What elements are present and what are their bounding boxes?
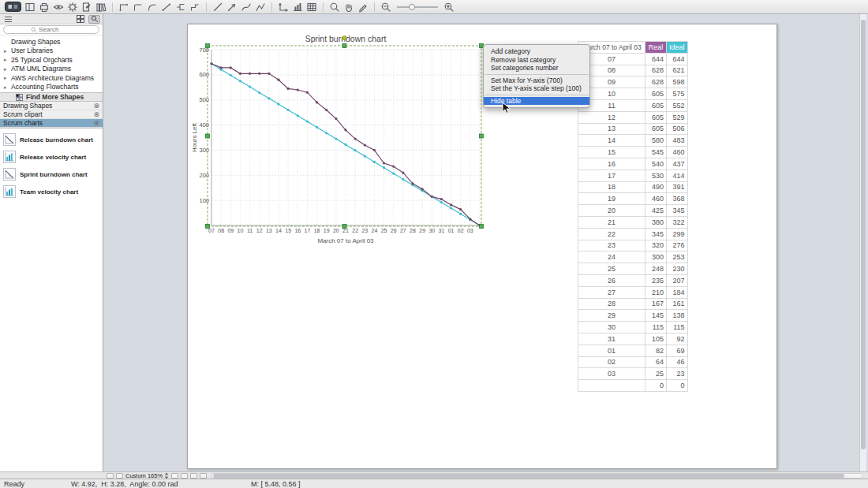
tree-item-drawing-shapes[interactable]: Drawing Shapes (0, 37, 103, 47)
document-page[interactable]: 0100200300400500600700070809101112131415… (187, 24, 777, 469)
svg-text:15: 15 (285, 228, 291, 233)
print-icon[interactable] (39, 2, 50, 13)
svg-text:07: 07 (208, 228, 215, 233)
library-tree-view-icon[interactable] (2, 15, 14, 24)
search-field[interactable] (3, 25, 99, 34)
page-view-mode-icon[interactable] (107, 473, 114, 479)
toolbar-separator (112, 2, 113, 12)
svg-text:19: 19 (324, 228, 330, 233)
arrow-tool-icon[interactable] (226, 2, 238, 13)
pencil-tool-icon[interactable] (357, 2, 369, 13)
disclosure-triangle-icon[interactable]: ▸ (4, 57, 9, 62)
line-tool-icon[interactable] (212, 2, 223, 13)
preview-icon[interactable] (53, 2, 64, 13)
library-row-scrum-charts[interactable]: Scrum charts⊗ (0, 119, 103, 128)
library-row-scrum-clipart[interactable]: Scrum clipart⊗ (0, 110, 103, 119)
table-cell-ideal: 184 (667, 286, 688, 298)
disclosure-triangle-icon[interactable]: ▸ (4, 66, 9, 72)
menu-item-remove-last-category[interactable]: Remove last category (484, 56, 589, 65)
search-row (0, 24, 103, 35)
tree-item-25-typical-orgcharts[interactable]: ▸25 Typical Orgcharts (0, 55, 103, 65)
table-row: 10 605 575 (578, 88, 688, 100)
library-grid-view-icon[interactable] (74, 15, 86, 24)
horizontal-scrollbar-thumb[interactable] (213, 474, 844, 478)
polyline-tool-icon[interactable] (255, 2, 266, 13)
menu-item-hide-table[interactable]: Hide table (484, 97, 589, 106)
shape-item-release-burndown-chart[interactable]: Release burndown chart (0, 131, 103, 148)
connector-right-angle-icon[interactable] (118, 2, 129, 13)
shape-item-release-velocity-chart[interactable]: Release velocity chart (0, 148, 103, 166)
library-row-drawing-shapes[interactable]: Drawing Shapes⊗ (0, 102, 103, 110)
table-cell-real: 605 (645, 111, 667, 123)
zoom-out-icon[interactable] (380, 2, 391, 13)
disclosure-triangle-icon[interactable]: ▸ (4, 48, 9, 54)
connector-tree-icon[interactable] (175, 2, 186, 13)
connector-rounded-icon[interactable] (133, 2, 144, 13)
tree-item-atm-uml-diagrams[interactable]: ▸ATM UML Diagrams (0, 65, 103, 74)
table-cell-ideal: 552 (667, 99, 688, 111)
find-more-shapes-icon (16, 94, 23, 101)
disclosure-triangle-icon[interactable]: ▸ (4, 75, 9, 80)
sprint-burndown-chart-object[interactable]: 0100200300400500600700070809101112131415… (190, 28, 490, 257)
previous-page-icon[interactable] (181, 473, 188, 479)
panels-icon[interactable] (24, 2, 36, 13)
vertical-scrollbar[interactable] (859, 14, 866, 471)
search-input[interactable] (39, 26, 72, 33)
shape-item-team-velocity-chart[interactable]: Team velocity chart (0, 183, 103, 200)
last-page-icon[interactable] (200, 473, 207, 479)
zoom-slider[interactable] (395, 2, 440, 13)
table-row: 21 380 322 (578, 216, 688, 228)
disclosure-triangle-icon[interactable]: ▸ (4, 84, 9, 90)
tree-item-user-libraries[interactable]: ▸User Libraries (0, 47, 103, 56)
zoom-tool-icon[interactable] (329, 2, 340, 13)
connector-smart-icon[interactable] (189, 2, 200, 13)
first-page-icon[interactable] (171, 473, 178, 479)
page-layout-mode-icon[interactable] (116, 473, 123, 479)
close-library-icon[interactable]: ⊗ (93, 111, 99, 118)
shape-item-sprint-burndown-chart[interactable]: Sprint burndown chart (0, 166, 103, 183)
table-cell-day: 27 (578, 286, 645, 298)
table-row: 31 105 92 (578, 333, 688, 345)
settings-gear-icon[interactable] (67, 2, 78, 13)
table-cell-ideal: 138 (667, 310, 688, 322)
chart-tool-icon[interactable] (292, 2, 303, 13)
close-library-icon[interactable]: ⊗ (93, 102, 99, 110)
table-row: 29 145 138 (578, 310, 688, 322)
canvas-area[interactable]: 0100200300400500600700070809101112131415… (103, 14, 868, 471)
menu-item-add-category[interactable]: Add category (484, 47, 589, 56)
library-search-view-icon[interactable] (88, 15, 100, 24)
table-cell-ideal: 529 (667, 111, 688, 123)
horizontal-scrollbar[interactable] (211, 473, 863, 479)
axes-tool-icon[interactable] (278, 2, 289, 13)
libraries-icon[interactable] (95, 2, 107, 13)
tree-item-aws-architecture-diagrams[interactable]: ▸AWS Architecture Diagrams (0, 73, 103, 83)
table-cell-real: 105 (645, 333, 667, 345)
app-menu-button[interactable] (5, 2, 21, 13)
table-cell-real: 380 (645, 216, 667, 228)
chart-data-table[interactable]: March 07 to April 03 Real Ideal 07 644 6… (578, 41, 688, 392)
menu-item-set-the-y-axis-scale-step-100[interactable]: Set the Y-axis scale step (100) (484, 84, 589, 93)
table-cell-day: 26 (578, 274, 645, 286)
svg-text:21: 21 (342, 228, 349, 233)
menu-item-set-max-for-y-axis-700[interactable]: Set Max for Y-axis (700) (484, 76, 589, 85)
table-tool-icon[interactable] (306, 2, 317, 13)
zoom-in-icon[interactable] (443, 2, 455, 13)
menu-item-set-categories-number[interactable]: Set categories number (484, 64, 589, 73)
open-libraries-list: Drawing Shapes⊗Scrum clipart⊗Scrum chart… (0, 102, 103, 129)
table-header-row: March 07 to April 03 Real Ideal (578, 42, 688, 54)
table-cell-ideal: 414 (667, 169, 688, 181)
table-row: 22 345 299 (578, 228, 688, 240)
tree-item-accounting-flowcharts[interactable]: ▸Accounting Flowcharts (0, 83, 103, 92)
pan-tool-icon[interactable] (343, 2, 354, 13)
find-more-shapes-button[interactable]: Find More Shapes (0, 92, 103, 102)
curve-tool-icon[interactable] (241, 2, 252, 13)
close-library-icon[interactable]: ⊗ (93, 120, 99, 127)
connector-curved-icon[interactable] (147, 2, 158, 13)
next-page-icon[interactable] (190, 473, 197, 479)
table-cell-real: 248 (645, 263, 667, 275)
table-cell-ideal: 368 (667, 193, 688, 205)
edit-document-icon[interactable] (81, 2, 92, 13)
svg-text:03: 03 (467, 228, 473, 233)
vertical-scrollbar-thumb[interactable] (861, 20, 866, 449)
connector-straight-icon[interactable] (161, 2, 172, 13)
